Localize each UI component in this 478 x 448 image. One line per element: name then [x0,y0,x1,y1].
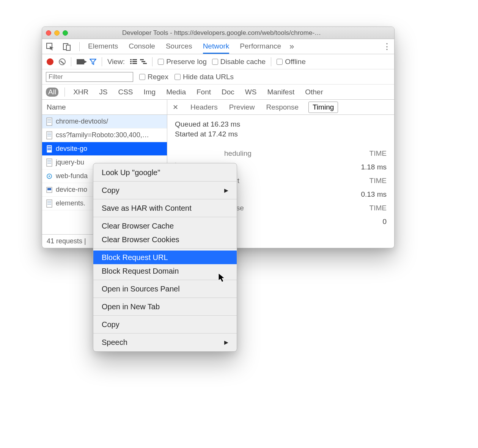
checkbox-icon [212,59,218,65]
zoom-traffic-light[interactable] [63,30,68,36]
close-traffic-light[interactable] [46,30,51,36]
context-menu-item[interactable]: Save as HAR with Content [93,201,237,215]
type-all[interactable]: All [46,88,58,97]
clear-button[interactable] [59,58,66,65]
svg-rect-24 [47,201,51,202]
type-font[interactable]: Font [194,88,213,97]
document-icon [46,199,53,208]
type-media[interactable]: Media [164,88,188,97]
request-name: device-mo [56,186,87,194]
offline-checkbox[interactable]: Offline [277,58,306,66]
document-icon [46,145,53,153]
submenu-arrow-icon: ▶ [224,339,228,345]
preserve-log-checkbox[interactable]: Preserve log [158,58,207,66]
context-menu-label: Look Up "google" [102,168,160,177]
context-menu-label: Block Request Domain [102,267,179,276]
minimize-traffic-light[interactable] [54,30,60,36]
context-menu-label: Open in New Tab [102,302,160,311]
context-menu-separator [93,199,237,199]
tabs-overflow-icon[interactable]: » [289,42,293,52]
inspect-element-icon[interactable] [46,42,54,51]
context-menu-separator [93,333,237,334]
type-xhr[interactable]: XHR [71,88,91,97]
subtab-response[interactable]: Response [264,102,300,113]
tab-network[interactable]: Network [203,39,230,54]
toolbar-divider-3 [152,57,153,66]
regex-checkbox[interactable]: Regex [139,73,168,81]
disable-cache-checkbox[interactable]: Disable cache [212,58,266,66]
context-menu-item[interactable]: Block Request URL [93,251,237,264]
tab-sources[interactable]: Sources [166,39,192,54]
traffic-lights [46,30,68,36]
context-menu-label: Speech [102,338,127,347]
type-manifest[interactable]: Manifest [265,88,297,97]
window-title: Developer Tools - https://developers.goo… [71,29,390,37]
filter-row: Regex Hide data URLs [42,69,394,85]
context-menu-item[interactable]: Open in Sources Panel [93,282,237,296]
type-js[interactable]: JS [97,88,110,97]
context-menu-item[interactable]: Open in New Tab [93,300,237,313]
svg-rect-4 [47,119,51,120]
context-menu-item[interactable]: Clear Browser Cache [93,219,237,233]
context-menu-item[interactable]: Block Request Domain [93,264,237,278]
devtools-tabbar: Elements Console Sources Network Perform… [42,39,394,54]
svg-rect-22 [47,188,51,190]
view-waterfall-icon[interactable] [140,59,147,64]
request-row[interactable]: css?family=Roboto:300,400,… [42,128,167,142]
name-header[interactable]: Name [42,100,167,115]
toggle-device-icon[interactable] [63,42,71,51]
type-filter-row: All XHR JS CSS Img Media Font Doc WS Man… [42,85,394,100]
context-menu-item[interactable]: Copy▶ [93,183,237,197]
tab-elements[interactable]: Elements [88,39,118,54]
hide-data-urls-checkbox[interactable]: Hide data URLs [175,73,234,81]
timing-time-head: TIME [370,149,387,158]
request-row[interactable]: chrome-devtools/ [42,115,167,128]
svg-rect-26 [47,204,51,205]
submenu-arrow-icon: ▶ [224,187,228,193]
request-row-selected[interactable]: devsite-go [42,142,167,156]
subtab-timing[interactable]: Timing [308,102,338,113]
context-menu-item[interactable]: Speech▶ [93,335,237,349]
context-menu-separator [93,298,237,298]
filter-input[interactable] [46,72,133,82]
svg-rect-8 [47,133,51,133]
type-ws[interactable]: WS [243,88,259,97]
context-menu-item[interactable]: Look Up "google" [93,166,237,179]
context-menu-separator [93,315,237,316]
request-name: devsite-go [56,145,87,153]
toolbar-divider-4 [271,57,271,66]
hide-data-urls-label: Hide data URLs [183,73,234,81]
view-list-icon[interactable] [130,59,137,64]
context-menu-label: Open in Sources Panel [102,285,180,293]
context-menu-label: Copy [102,186,120,195]
svg-rect-6 [47,122,51,123]
record-button[interactable] [47,58,53,65]
started-text: Started at 17.42 ms [175,130,387,138]
context-menu-separator [93,248,237,249]
subtab-preview[interactable]: Preview [228,102,256,113]
type-doc[interactable]: Doc [219,88,237,97]
toolbar-divider-1 [71,57,71,66]
checkbox-icon [139,74,145,80]
detail-tabs: ✕ Headers Preview Response Timing [167,100,394,115]
context-menu-item[interactable]: Clear Browser Cookies [93,233,237,246]
kebab-menu-icon[interactable]: ⋮ [383,42,390,52]
type-img[interactable]: Img [142,88,158,97]
context-menu-label: Block Request URL [102,253,168,262]
type-css[interactable]: CSS [116,88,135,97]
screenshot-icon[interactable] [77,59,84,64]
tab-performance[interactable]: Performance [240,39,281,54]
main-tabs: Elements Console Sources Network Perform… [88,39,281,54]
close-panel-icon[interactable]: ✕ [173,103,181,111]
type-other[interactable]: Other [303,88,325,97]
timing-time-head: TIME [370,204,387,212]
regex-label: Regex [148,73,168,81]
context-menu-item[interactable]: Copy [93,318,237,331]
subtab-headers[interactable]: Headers [189,102,219,113]
tab-console[interactable]: Console [129,39,155,54]
filter-icon[interactable] [90,58,96,65]
checkbox-icon [175,74,181,80]
request-name: elements. [56,199,85,207]
svg-rect-18 [47,163,51,164]
context-menu-label: Clear Browser Cache [102,222,174,230]
